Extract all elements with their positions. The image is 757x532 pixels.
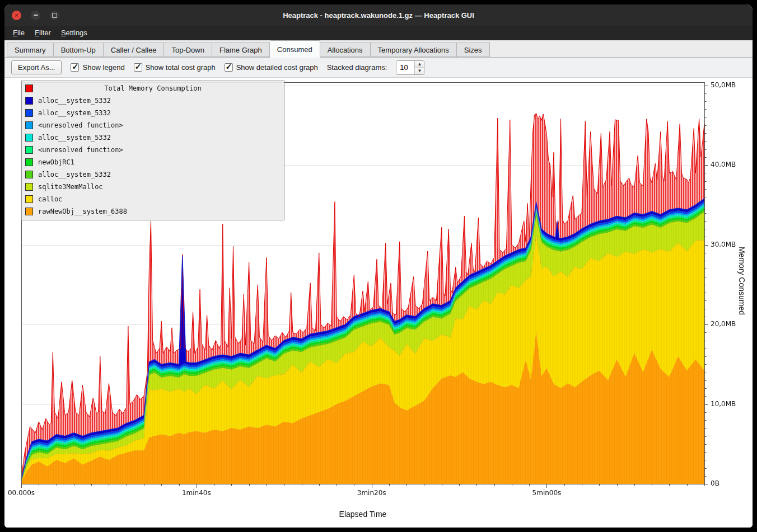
export-as-button[interactable]: Export As... [11, 60, 62, 74]
toolbar: Export As... ✓ Show legend ✓ Show total … [4, 58, 753, 78]
legend-label: calloc [38, 195, 62, 203]
stacked-diagrams-input[interactable] [396, 61, 414, 74]
heaptrack-window: × Heaptrack - heaptrack.wakunode.1.gz — … [4, 4, 753, 528]
legend-label: sqlite3MemMalloc [38, 183, 103, 191]
legend-label: newObjRC1 [38, 158, 74, 166]
checkbox-label[interactable]: Show detailed cost graph [236, 63, 318, 72]
tab-top-down[interactable]: Top-Down [164, 43, 212, 57]
legend-label: alloc__system_5332 [38, 134, 111, 142]
chart-legend: Total Memory Consumption alloc__system_5… [21, 81, 284, 220]
checkbox-box[interactable]: ✓ [71, 63, 79, 72]
checkbox-show-total-cost-graph[interactable]: ✓ Show total cost graph [134, 63, 216, 72]
legend-swatch [25, 158, 33, 166]
tab-sizes[interactable]: Sizes [457, 43, 490, 57]
legend-item: rawNewObj__system_6388 [22, 205, 284, 218]
tab-summary[interactable]: Summary [7, 43, 54, 57]
tab-bar: Summary Bottom-Up Caller / Callee Top-Do… [4, 40, 753, 58]
menu-item-file[interactable]: File [8, 27, 30, 39]
checkbox-label[interactable]: Show total cost graph [146, 63, 216, 72]
legend-title: Total Memory Consumption [22, 82, 284, 95]
check-icon: ✓ [135, 62, 142, 71]
legend-swatch [25, 208, 33, 215]
legend-total-swatch [25, 84, 33, 92]
legend-item: sqlite3MemMalloc [22, 181, 284, 193]
tab-bottom-up[interactable]: Bottom-Up [54, 43, 104, 57]
legend-item: calloc [22, 193, 284, 205]
legend-swatch [25, 97, 33, 105]
tab-allocations[interactable]: Allocations [320, 43, 371, 57]
checkbox-show-legend[interactable]: ✓ Show legend [71, 63, 124, 72]
legend-item: alloc__system_5332 [22, 95, 284, 107]
stacked-diagrams-label: Stacked diagrams: [327, 63, 387, 72]
legend-label: alloc__system_5332 [38, 171, 111, 178]
legend-item: newObjRC1 [22, 156, 284, 168]
chart-area: Total Memory Consumption alloc__system_5… [4, 78, 753, 528]
x-axis-title: Elapsed Time [21, 510, 704, 519]
chevron-up-icon: ▲ [417, 62, 422, 67]
legend-swatch [25, 121, 33, 129]
legend-item: <unresolved function> [22, 144, 284, 156]
legend-item: alloc__system_5332 [22, 107, 284, 119]
legend-label: alloc__system_5332 [38, 97, 111, 105]
window-title: Heaptrack - heaptrack.wakunode.1.gz — He… [4, 11, 753, 20]
legend-item: <unresolved function> [22, 119, 284, 131]
tab-flame-graph[interactable]: Flame Graph [212, 43, 270, 57]
stacked-diagrams-spinbox[interactable]: ▲ ▼ [396, 60, 424, 75]
legend-label: <unresolved function> [38, 146, 123, 154]
spin-up-button[interactable]: ▲ [415, 61, 424, 68]
legend-label: alloc__system_5332 [38, 109, 111, 117]
check-icon: ✓ [72, 62, 78, 71]
tab-consumed[interactable]: Consumed [270, 40, 320, 58]
tab-temporary-allocations[interactable]: Temporary Allocations [371, 43, 457, 57]
legend-swatch [25, 146, 33, 154]
checkbox-show-detailed-cost-graph[interactable]: ✓ Show detailed cost graph [225, 63, 318, 72]
checkbox-label[interactable]: Show legend [82, 63, 124, 72]
tab-caller-callee[interactable]: Caller / Callee [104, 43, 165, 57]
checkbox-box[interactable]: ✓ [134, 63, 142, 72]
legend-swatch [25, 134, 33, 142]
screen: × Heaptrack - heaptrack.wakunode.1.gz — … [0, 0, 757, 532]
menu-item-settings[interactable]: Settings [56, 27, 92, 39]
menu-bar: File Filter Settings [4, 26, 753, 40]
legend-swatch [25, 195, 33, 203]
legend-label: rawNewObj__system_6388 [38, 208, 127, 215]
checkbox-box[interactable]: ✓ [225, 63, 233, 72]
legend-title-row: Total Memory Consumption [22, 82, 284, 95]
y-axis-title: Memory Consumed [736, 78, 748, 484]
legend-swatch [25, 171, 33, 178]
spin-down-button[interactable]: ▼ [415, 68, 424, 74]
legend-swatch [25, 183, 33, 191]
legend-swatch [25, 109, 33, 117]
title-bar: × Heaptrack - heaptrack.wakunode.1.gz — … [4, 4, 753, 26]
chevron-down-icon: ▼ [417, 68, 422, 73]
legend-item: alloc__system_5332 [22, 168, 284, 181]
legend-label: <unresolved function> [38, 121, 123, 129]
legend-item: alloc__system_5332 [22, 131, 284, 144]
check-icon: ✓ [226, 62, 232, 71]
menu-item-filter[interactable]: Filter [30, 27, 56, 39]
